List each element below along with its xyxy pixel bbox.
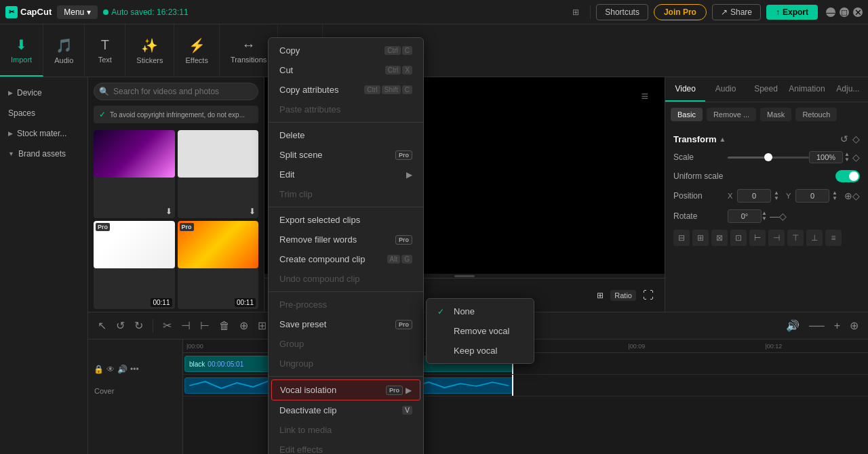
trim-left-button[interactable]: ⊣ — [178, 316, 193, 335]
import-icon: ⬇ — [16, 37, 27, 53]
media-item[interactable]: Pro 00:11 — [178, 221, 259, 309]
ctx-delete[interactable]: Delete — [269, 125, 423, 145]
split-button[interactable]: ✂ — [160, 316, 174, 335]
keyframe-button[interactable]: ◇ — [852, 133, 860, 144]
ctx-export-selected[interactable]: Export selected clips — [269, 210, 423, 230]
media-item[interactable]: ⬇ — [178, 130, 259, 218]
pro-badge: Pro — [96, 223, 110, 231]
crop-button[interactable]: ⊞ — [255, 316, 269, 335]
rotate-minus-button[interactable]: — — [770, 211, 779, 222]
submenu-remove-vocal[interactable]: Remove vocal — [427, 321, 534, 341]
timeline-labels: 🔒 👁 🔊 ••• Cover — [88, 339, 183, 454]
toolbar-text[interactable]: T Text — [85, 24, 125, 77]
shortcuts-button[interactable]: Shortcuts — [596, 4, 648, 20]
rotate-input[interactable] — [728, 209, 762, 223]
cursor-tool-button[interactable]: ↖ — [95, 316, 109, 335]
close-button[interactable]: ✕ — [853, 7, 863, 17]
toolbar-effects[interactable]: ⚡ Effects — [174, 24, 219, 77]
fullscreen-button[interactable]: ⛶ — [640, 287, 656, 304]
copy-shortcut: Ctrl C — [384, 46, 412, 55]
cover-button[interactable]: Cover — [94, 386, 115, 396]
tab-adjust[interactable]: Adju... — [828, 77, 868, 102]
align-left-button[interactable]: ⊟ — [673, 230, 690, 246]
scale-input[interactable] — [809, 151, 843, 163]
menu-button[interactable]: Menu ▾ — [57, 5, 98, 19]
tab-speed[interactable]: Speed — [746, 77, 786, 102]
toolbar-audio[interactable]: 🎵 Audio — [43, 24, 85, 77]
subtab-mask[interactable]: Mask — [760, 108, 791, 121]
maximize-button[interactable]: □ — [840, 7, 849, 17]
y-input[interactable] — [795, 189, 829, 203]
preview-menu-button[interactable]: ≡ — [639, 88, 650, 105]
tab-video[interactable]: Video — [665, 77, 705, 102]
ctx-remove-filler[interactable]: Remove filler words Pro — [269, 230, 423, 249]
x-down-button[interactable]: ▼ — [774, 196, 779, 201]
zoom-slider[interactable]: ── — [806, 317, 827, 335]
rotate-down-button[interactable]: ▼ — [762, 216, 767, 222]
ctx-edit[interactable]: Edit ▶ — [269, 165, 423, 184]
scale-down-button[interactable]: ▼ — [844, 157, 850, 163]
position-keyframe-button[interactable]: ◇ — [852, 190, 860, 201]
link-position-button[interactable]: ⊕ — [844, 190, 852, 201]
align-tl-button[interactable]: ⊤ — [787, 230, 804, 246]
vocal-submenu: ✓ None Remove vocal Keep vocal — [426, 298, 534, 364]
ratio-button[interactable]: Ratio — [610, 290, 636, 301]
uniform-scale-toggle[interactable] — [835, 170, 860, 182]
align-bottom-button[interactable]: ⊣ — [768, 230, 785, 246]
audio-icon: 🎵 — [56, 37, 73, 54]
sidebar-item-spaces[interactable]: Spaces — [0, 103, 87, 123]
x-input[interactable] — [737, 189, 771, 203]
align-right-button[interactable]: ⊠ — [711, 230, 728, 246]
minimize-button[interactable]: — — [826, 7, 835, 17]
preview-crop-button[interactable]: ⊞ — [594, 288, 606, 303]
scale-keyframe-button[interactable]: ◇ — [852, 152, 860, 163]
join-pro-button[interactable]: Join Pro — [654, 4, 707, 20]
subtab-remove[interactable]: Remove ... — [707, 108, 756, 121]
ctx-vocal-isolation[interactable]: Vocal isolation Pro ▶ — [271, 379, 420, 400]
reset-transform-button[interactable]: ↺ — [840, 133, 848, 144]
align-center-v-button[interactable]: ⊢ — [749, 230, 766, 246]
tab-animation[interactable]: Animation — [786, 77, 827, 102]
align-top-button[interactable]: ⊡ — [730, 230, 747, 246]
submenu-keep-vocal[interactable]: Keep vocal — [427, 341, 534, 360]
undo-button[interactable]: ↺ — [113, 316, 127, 335]
align-more-button[interactable]: ≡ — [825, 230, 842, 246]
export-button[interactable]: ↑ Export — [766, 5, 818, 20]
align-center-h-button[interactable]: ⊞ — [692, 230, 709, 246]
ctx-sep3 — [269, 291, 423, 292]
stabilize-button[interactable]: ⊕ — [237, 316, 251, 335]
sidebar-item-brand-assets[interactable]: Brand assets — [0, 144, 87, 164]
ctx-copy-attributes[interactable]: Copy attributes Ctrl Shift C — [269, 80, 423, 100]
align-tr-button[interactable]: ⊥ — [806, 230, 823, 246]
zoom-in-button[interactable]: + — [831, 317, 843, 335]
delete-button[interactable]: 🗑 — [216, 317, 233, 335]
toolbar-import[interactable]: ⬇ Import — [0, 24, 43, 77]
window-controls: — □ ✕ — [826, 7, 863, 17]
ctx-split-scene[interactable]: Split scene Pro — [269, 145, 423, 165]
search-input[interactable] — [94, 83, 258, 100]
ctx-cut[interactable]: Cut Ctrl X — [269, 60, 423, 80]
submenu-none[interactable]: ✓ None — [427, 302, 534, 321]
share-button[interactable]: ↗ Share — [712, 4, 761, 20]
ctx-copy[interactable]: Copy Ctrl C — [269, 41, 423, 60]
scale-slider[interactable] — [728, 157, 809, 159]
zoom-out-button[interactable]: 🔊 — [783, 316, 802, 335]
ctx-deactivate[interactable]: Deactivate clip V — [269, 400, 423, 420]
layout-button[interactable]: ⊞ — [567, 5, 585, 19]
ctx-create-compound[interactable]: Create compound clip Alt G — [269, 249, 423, 269]
media-item[interactable]: ⬇ — [94, 130, 175, 218]
subtab-basic[interactable]: Basic — [671, 108, 703, 121]
rotate-keyframe-button[interactable]: ◇ — [779, 211, 787, 222]
y-down-button[interactable]: ▼ — [832, 196, 837, 201]
uniform-scale-row: Uniform scale — [673, 170, 860, 182]
trim-right-button[interactable]: ⊢ — [197, 316, 212, 335]
sidebar-item-device[interactable]: Device — [0, 83, 87, 103]
tab-audio[interactable]: Audio — [705, 77, 745, 102]
redo-button[interactable]: ↻ — [132, 316, 146, 335]
media-item[interactable]: Pro 00:11 — [94, 221, 175, 309]
toolbar-stickers[interactable]: ✨ Stickers — [125, 24, 174, 77]
add-track-button[interactable]: ⊕ — [847, 316, 861, 335]
ctx-save-preset[interactable]: Save preset Pro — [269, 314, 423, 334]
sidebar-item-stock[interactable]: Stock mater... — [0, 123, 87, 144]
subtab-retouch[interactable]: Retouch — [795, 108, 837, 121]
